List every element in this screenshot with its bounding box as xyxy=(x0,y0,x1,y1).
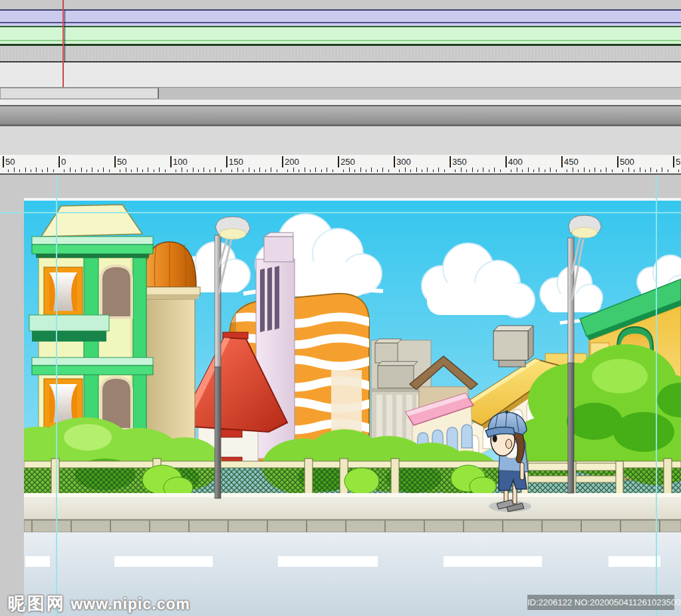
frame-marker-line xyxy=(65,9,65,62)
ruler-minor-tick xyxy=(422,169,422,172)
ruler-label: 350 xyxy=(452,157,467,167)
ruler-minor-tick xyxy=(81,167,82,172)
orange-window-upper xyxy=(44,267,82,316)
ruler-minor-tick xyxy=(628,167,629,172)
timeline-empty-area[interactable] xyxy=(0,62,681,87)
ruler-minor-tick xyxy=(137,167,138,172)
ruler-minor-tick xyxy=(333,169,333,172)
ruler-minor-tick xyxy=(321,169,322,172)
ruler-minor-tick xyxy=(466,169,467,172)
ruler-minor-tick xyxy=(589,169,590,172)
toolbar-empty-strip xyxy=(0,126,681,155)
ruler-minor-tick xyxy=(455,169,456,172)
ruler-minor-tick xyxy=(31,169,31,172)
ruler-minor-tick xyxy=(47,167,48,172)
vertical-guide-left[interactable] xyxy=(56,175,57,616)
panel-splitter-bar[interactable] xyxy=(0,105,681,126)
ruler-minor-tick xyxy=(656,169,657,172)
ruler-minor-tick xyxy=(221,169,221,172)
ruler-major-tick xyxy=(617,156,618,167)
ruler-minor-tick xyxy=(209,169,210,172)
timeline-layer-row-gray[interactable] xyxy=(0,46,681,62)
panel-strip xyxy=(0,100,681,105)
ruler-minor-tick xyxy=(42,169,43,172)
ruler-minor-tick xyxy=(366,169,366,172)
ruler-minor-tick xyxy=(19,169,20,172)
ruler-minor-tick xyxy=(25,167,26,172)
ruler-minor-tick xyxy=(578,169,579,172)
ruler-minor-tick xyxy=(142,169,143,172)
ruler-minor-tick xyxy=(668,169,668,172)
ruler-minor-tick xyxy=(109,169,110,172)
ruler-minor-tick xyxy=(416,167,417,172)
ruler-minor-tick xyxy=(438,167,439,172)
ruler-minor-tick xyxy=(494,167,495,172)
ruler-major-tick xyxy=(561,156,563,167)
ruler-minor-tick xyxy=(299,169,299,172)
ruler-minor-tick xyxy=(388,169,389,172)
ruler-minor-tick xyxy=(533,169,534,172)
ruler-minor-tick xyxy=(70,167,70,172)
horizontal-guide[interactable] xyxy=(0,212,681,213)
boy-ear xyxy=(506,439,512,449)
ruler-label: 400 xyxy=(508,157,523,167)
timeline-playhead[interactable] xyxy=(63,0,64,87)
ruler-minor-tick xyxy=(148,167,148,172)
ruler-minor-tick xyxy=(343,169,344,172)
ruler-minor-tick xyxy=(405,167,406,172)
ruler-minor-tick xyxy=(545,169,545,172)
ruler-major-tick xyxy=(338,156,339,167)
ruler-minor-tick xyxy=(182,167,182,172)
timeline-row-divider xyxy=(0,22,681,23)
ruler-minor-tick xyxy=(622,169,623,172)
ruler-minor-tick xyxy=(92,167,92,172)
ruler-minor-tick xyxy=(64,169,65,172)
ruler-minor-tick xyxy=(198,169,199,172)
ruler-minor-tick xyxy=(154,169,154,172)
timeline-layer-row-green[interactable] xyxy=(0,27,681,46)
timeline-layer-row-lavender[interactable] xyxy=(0,9,681,27)
ruler-minor-tick xyxy=(287,169,288,172)
ruler-minor-tick xyxy=(399,169,400,172)
ruler-minor-tick xyxy=(159,167,160,172)
ruler-minor-tick xyxy=(187,169,188,172)
ruler-minor-tick xyxy=(315,167,316,172)
ruler-minor-tick xyxy=(131,169,132,172)
ruler-minor-tick xyxy=(382,167,383,172)
ruler-minor-tick xyxy=(349,167,350,172)
ruler-minor-tick xyxy=(249,167,249,172)
ruler-major-tick xyxy=(3,156,4,167)
ruler-minor-tick xyxy=(606,167,607,172)
watermark-site-url: www.nipic.com xyxy=(70,595,190,613)
ruler-minor-tick xyxy=(573,167,573,172)
lamp-light xyxy=(219,229,246,239)
ruler-minor-tick xyxy=(354,169,355,172)
ruler-label: 200 xyxy=(285,157,299,167)
ruler-minor-tick xyxy=(584,167,585,172)
ruler-major-tick xyxy=(170,156,172,167)
sidewalk[interactable] xyxy=(24,493,681,532)
ruler-major-tick xyxy=(59,156,60,167)
ruler-major-tick xyxy=(226,156,227,167)
ruler-minor-tick xyxy=(489,169,489,172)
ruler-minor-tick xyxy=(567,169,567,172)
stage-canvas[interactable] xyxy=(24,201,681,616)
timeline-header-strip xyxy=(0,0,681,9)
ruler-minor-tick xyxy=(327,167,327,172)
ruler-minor-tick xyxy=(444,169,445,172)
ruler-minor-tick xyxy=(293,167,294,172)
ruler-minor-tick xyxy=(98,169,98,172)
vertical-guide-right[interactable] xyxy=(656,175,657,616)
ruler-minor-tick xyxy=(595,167,595,172)
ruler-minor-tick xyxy=(517,167,517,172)
ruler-minor-tick xyxy=(86,169,87,172)
ruler[interactable]: 50050100150200250300350400450500550 xyxy=(0,155,681,175)
timeline-hscrollbar-thumb[interactable] xyxy=(0,88,159,99)
ruler-minor-tick xyxy=(522,169,523,172)
ruler-major-tick xyxy=(282,156,283,167)
boy-eye xyxy=(493,435,497,443)
ruler-minor-tick xyxy=(254,169,255,172)
ruler-minor-tick xyxy=(120,169,120,172)
ruler-minor-tick xyxy=(662,167,662,172)
ruler-minor-tick xyxy=(612,169,613,172)
